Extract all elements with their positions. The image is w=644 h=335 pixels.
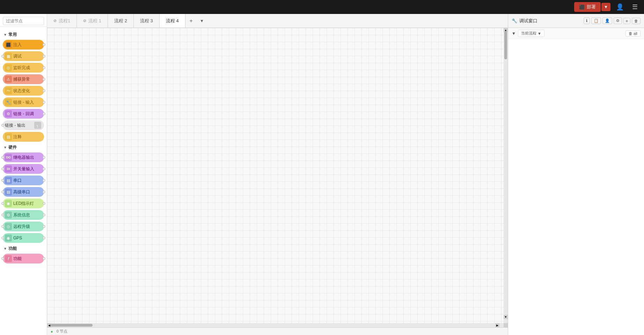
node-adv-serial[interactable]: ▤ 高级串口 [3, 187, 44, 197]
node-ota[interactable]: ◎ 远程升级 [3, 222, 44, 231]
tab-1-icon: ⊘ [83, 18, 86, 23]
node-led[interactable]: ◉ LED指示灯 [3, 199, 44, 208]
scroll-down-button[interactable]: ▼ [504, 315, 508, 319]
status-icon: 〜 [5, 87, 12, 94]
section-arrow-function: ▼ [3, 247, 7, 251]
tab-0[interactable]: ⊘ 流程1 [47, 14, 77, 28]
bottom-status-bar: ● 0 节点 [47, 327, 508, 335]
node-catch[interactable]: ⚠ 捕获异常 [3, 74, 44, 84]
tab-0-icon: ⊘ [53, 18, 57, 23]
node-link-out[interactable]: 链接 - 输出 ┐ [3, 120, 44, 130]
monitor-icon: ◎ [5, 64, 12, 71]
link-call-icon: ⚙ [5, 110, 12, 117]
right-panel-sub-header: ▼ 当前流程 ▼ 🗑 all [508, 28, 644, 39]
deploy-button[interactable]: ⬛ 部署 [574, 2, 601, 12]
section-arrow-common: ▼ [3, 33, 7, 37]
debug-icon: ▦ [5, 53, 12, 60]
tab-bar: ⊘ 流程1 ⊘ 流程 1 流程 2 流程 3 流程 4 + ▼ [47, 14, 508, 28]
sidebar: ▼ 常用 ⬛ 注入 ▦ 调试 ◎ 监听完成 ⚠ 捕获异常 [0, 14, 47, 335]
node-relay[interactable]: DO 继电器输出 [3, 152, 44, 162]
ota-connector-left [1, 225, 4, 228]
inject-icon: ⬛ [5, 41, 12, 48]
func-icon: f [5, 255, 12, 262]
sidebar-content: ▼ 常用 ⬛ 注入 ▦ 调试 ◎ 监听完成 ⚠ 捕获异常 [0, 27, 47, 335]
debug-panel-title: 🔧 调试窗口 [512, 18, 581, 24]
right-panel-header: 🔧 调试窗口 ℹ 📋 👤 ⚙ ≡ 🗑 [508, 14, 644, 28]
led-icon: ◉ [5, 200, 12, 207]
node-serial[interactable]: ▤ 串口 [3, 176, 44, 185]
node-inject[interactable]: ⬛ 注入 [3, 40, 44, 50]
deploy-label: 部署 [587, 4, 596, 10]
serial-icon: ▤ [5, 177, 12, 184]
search-input[interactable] [3, 17, 44, 25]
scroll-right-button[interactable]: ▶ [495, 323, 499, 327]
catch-icon: ⚠ [5, 76, 12, 83]
clipboard-btn[interactable]: 📋 [591, 17, 601, 24]
ota-icon: ◎ [5, 223, 12, 230]
gps-connector-left [1, 237, 4, 239]
node-func[interactable]: f 功能 [3, 254, 44, 263]
user-icon-button[interactable]: 👤 [613, 2, 627, 12]
led-connector-right [43, 202, 45, 205]
list-btn[interactable]: ≡ [623, 18, 630, 24]
gps-icon: ◉ [5, 234, 12, 241]
node-link-call[interactable]: ⚙ 链接 - 回调 [3, 109, 44, 119]
node-comment[interactable]: ▤ 注释 [3, 132, 44, 142]
tab-4[interactable]: 流程 4 [160, 14, 185, 28]
tab-dropdown-button[interactable]: ▼ [197, 14, 207, 28]
node-debug[interactable]: ▦ 调试 [3, 51, 44, 61]
scrollbar-vertical[interactable]: ▲ ▼ [504, 28, 508, 323]
trash-btn[interactable]: 🗑 [632, 18, 641, 24]
topbar: ⬛ 部署 ▼ 👤 ☰ [0, 0, 644, 14]
scrollbar-thumb-horizontal[interactable] [51, 324, 93, 327]
link-out-icon: ┐ [34, 122, 41, 129]
node-sysinfo[interactable]: ⚙ 系统信息 [3, 210, 44, 220]
clear-all-button[interactable]: 🗑 all [625, 30, 641, 37]
serial-connector-left [1, 179, 4, 182]
monitor-connector-right [43, 66, 45, 69]
filter-icon: ▼ [512, 31, 516, 36]
node-switch[interactable]: DI 开关量输入 [3, 164, 44, 174]
catch-connector-right [43, 78, 45, 81]
canvas-area[interactable]: ▲ ▼ ◀ ▶ [47, 28, 508, 327]
switch-icon: DI [5, 165, 12, 172]
relay-connector-left [1, 156, 4, 159]
tab-add-button[interactable]: + [185, 14, 197, 28]
filter-current-flow-button[interactable]: 当前流程 ▼ [518, 30, 544, 37]
sysinfo-icon: ⚙ [5, 211, 12, 218]
switch-connector-right [43, 168, 45, 170]
scrollbar-thumb-vertical[interactable] [504, 31, 507, 59]
debug-connector-right [43, 55, 45, 58]
info-btn[interactable]: ℹ [584, 17, 590, 24]
sysinfo-connector-right [43, 214, 45, 216]
adv-serial-connector-left [1, 191, 4, 193]
user-btn[interactable]: 👤 [602, 17, 612, 24]
center-area: ⊘ 流程1 ⊘ 流程 1 流程 2 流程 3 流程 4 + ▼ ▲ [47, 14, 508, 335]
section-title-common: ▼ 常用 [3, 32, 44, 38]
menu-icon-button[interactable]: ☰ [629, 2, 641, 12]
node-status[interactable]: 〜 状态变化 [3, 86, 44, 96]
func-connector-right [43, 257, 45, 260]
adv-serial-connector-right [43, 191, 45, 193]
tab-3[interactable]: 流程 3 [134, 14, 160, 28]
sysinfo-connector-left [1, 214, 4, 216]
right-panel: 🔧 调试窗口 ℹ 📋 👤 ⚙ ≡ 🗑 ▼ 当前流程 ▼ 🗑 all [508, 14, 644, 335]
comment-icon: ▤ [5, 133, 12, 140]
main-layout: ▼ 常用 ⬛ 注入 ▦ 调试 ◎ 监听完成 ⚠ 捕获异常 [0, 14, 644, 335]
relay-connector-right [43, 156, 45, 159]
scrollbar-horizontal[interactable]: ◀ ▶ [47, 323, 504, 327]
node-gps[interactable]: ◉ GPS [3, 233, 44, 243]
func-connector-left [1, 257, 4, 260]
node-monitor[interactable]: ◎ 监听完成 [3, 63, 44, 73]
deploy-dropdown-button[interactable]: ▼ [601, 3, 610, 11]
relay-icon: DO [5, 154, 12, 161]
tab-1[interactable]: ⊘ 流程 1 [77, 14, 108, 28]
settings-btn[interactable]: ⚙ [614, 17, 622, 24]
serial-connector-right [43, 179, 45, 182]
node-count: 0 节点 [57, 329, 67, 334]
debug-connector-left [1, 55, 4, 58]
node-link-in[interactable]: 🔧 链接 - 输入 [3, 97, 44, 107]
tab-2[interactable]: 流程 2 [108, 14, 134, 28]
ota-connector-right [43, 225, 45, 228]
section-arrow-hardware: ▼ [3, 146, 7, 149]
